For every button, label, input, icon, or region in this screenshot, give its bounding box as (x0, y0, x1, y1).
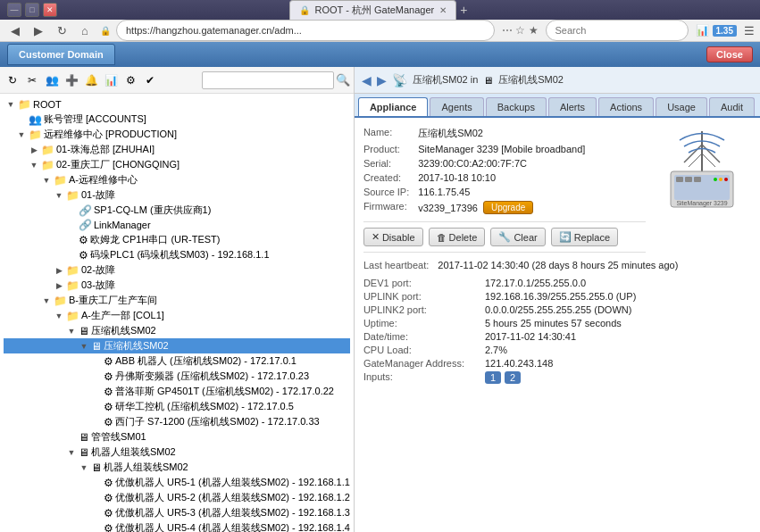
clear-button[interactable]: 🔧 Clear (490, 228, 545, 246)
tab-backups[interactable]: Backups (486, 97, 547, 116)
tree-node-fault01[interactable]: ▼ 📁 01-故障 (4, 187, 350, 203)
uptime-label: Uptime: (363, 318, 480, 328)
gatemanager-value: 121.40.243.148 (485, 358, 751, 369)
tree-node-robot-sm02[interactable]: ▼ 🖥 机器人组装线SM02 (4, 445, 350, 460)
tree-node-danfoss[interactable]: ⚙ 丹佛斯变频器 (压缩机线SM02) - 172.17.0.23 (4, 369, 350, 384)
device-icon: ⚙ (79, 249, 88, 262)
tree-node-accounts[interactable]: 👥 账号管理 [ACCOUNTS] (4, 112, 350, 127)
tree-node-workshop[interactable]: ▼ 📁 B-重庆工厂生产车间 (4, 293, 350, 308)
detail-info-grid: Name: 压缩机线SM02 Product: SiteManager 3239… (363, 127, 646, 214)
tab-appliance[interactable]: Appliance (358, 97, 429, 116)
customer-domain-tab[interactable]: Customer Domain (7, 44, 115, 65)
tree-node-root[interactable]: ▼ 📁 ROOT (4, 97, 350, 112)
maximize-button[interactable]: □ (25, 3, 39, 17)
close-window-button[interactable]: ✕ (43, 3, 57, 17)
created-value: 2017-10-18 10:10 (418, 172, 646, 183)
tree-node-compressor-selected[interactable]: ▼ 🖥 压缩机线SM02 (4, 338, 350, 353)
toolbar-check-icon[interactable]: ✔ (141, 71, 159, 89)
tree-node-linkmanager[interactable]: 🔗 LinkManager (4, 218, 350, 232)
upgrade-button[interactable]: Upgrade (483, 201, 533, 214)
reload-button[interactable]: ↻ (52, 21, 71, 40)
device-icon: ⚙ (104, 386, 113, 398)
heartbeat-label: Last heartbeat: (363, 260, 429, 270)
svg-line-1 (684, 145, 702, 162)
toolbar-group-icon[interactable]: 👥 (43, 71, 61, 89)
input-badge-1[interactable]: 1 (485, 371, 501, 384)
tree-node-fault02[interactable]: ▶ 📁 02-故障 (4, 262, 350, 278)
tree-node-putaisi[interactable]: ⚙ 普洛菲斯 GP4501T (压缩机线SM02) - 172.17.0.22 (4, 384, 350, 399)
tree-node-abb[interactable]: ⚙ ABB 机器人 (压缩机线SM02) - 172.17.0.1 (4, 353, 350, 369)
replace-button[interactable]: 🔄 Replace (551, 228, 618, 246)
product-label: Product: (363, 144, 409, 154)
home-button[interactable]: ⌂ (75, 21, 95, 40)
toolbar-bell-icon[interactable]: 🔔 (82, 71, 100, 89)
tab-close-button[interactable]: ✕ (439, 5, 447, 15)
delete-icon: 🗑 (437, 232, 447, 243)
menu-button[interactable]: ☰ (744, 24, 755, 37)
firmware-row: v3239_17396 Upgrade (418, 201, 646, 214)
tree-node-mabianji[interactable]: ⚙ 码垛PLC1 (码垛机线SM03) - 192.168.1.1 (4, 247, 350, 262)
new-tab-button[interactable]: + (460, 3, 467, 17)
address-input[interactable] (116, 20, 495, 41)
device-icon: ⚙ (104, 522, 113, 533)
tree-scroll-container: ▼ 📁 ROOT 👥 账号管理 [ACCOUNTS] ▼ 📁 (0, 94, 354, 532)
tree-node-robot1[interactable]: ⚙ 优傲机器人 UR5-1 (机器人组装线SM02) - 192.168.1.1 (4, 475, 350, 490)
tree-search-button[interactable]: 🔍 (336, 73, 350, 87)
tab-alerts[interactable]: Alerts (548, 97, 597, 116)
tab-usage[interactable]: Usage (656, 97, 707, 116)
tree-node-guanli[interactable]: 🖥 管管线SM01 (4, 429, 350, 445)
dev1-label: DEV1 port: (363, 278, 480, 288)
tree-node-compressor-parent[interactable]: ▼ 🖥 压缩机线SM02 (4, 323, 350, 338)
toolbar-refresh-icon[interactable]: ↻ (4, 71, 21, 89)
tree-node-siemens[interactable]: ⚙ 西门子 S7-1200 (压缩机线SM02) - 172.17.0.33 (4, 414, 350, 429)
tree-node-remote-maint[interactable]: ▼ 📁 A-远程维修中心 (4, 172, 350, 187)
nav-forward-arrow[interactable]: ▶ (377, 73, 387, 87)
tree-node-robot3[interactable]: ⚙ 优傲机器人 UR5-3 (机器人组装线SM02) - 192.168.1.3 (4, 505, 350, 520)
tree-node-fault03[interactable]: ▶ 📁 03-故障 (4, 278, 350, 293)
forward-button[interactable]: ▶ (29, 21, 48, 40)
browser-search-input[interactable] (546, 20, 689, 41)
source-ip-value: 116.1.75.45 (418, 187, 646, 197)
device-image: SiteManager 3239 (653, 127, 751, 216)
svg-text:SiteManager 3239: SiteManager 3239 (676, 200, 727, 207)
tab-audit[interactable]: Audit (709, 97, 755, 116)
tab-agents[interactable]: Agents (430, 97, 483, 116)
tree-node-robot-sm02-node[interactable]: ▼ 🖥 机器人组装线SM02 (4, 460, 350, 475)
tree-node-robot4[interactable]: ⚙ 优傲机器人 UR5-4 (机器人组装线SM02) - 192.168.1.4 (4, 520, 350, 532)
tree-node-zhuhai[interactable]: ▶ 📁 01-珠海总部 [ZHUHAI] (4, 142, 350, 157)
delete-button[interactable]: 🗑 Delete (429, 228, 486, 246)
appliance-icon: 🖥 (79, 325, 89, 337)
tree-node-chongqing[interactable]: ▼ 📁 02-重庆工厂 [CHONGQING] (4, 157, 350, 172)
nav-back-arrow[interactable]: ◀ (362, 73, 372, 87)
toolbar-add-icon[interactable]: ➕ (63, 71, 80, 89)
device-icon: ⚙ (79, 234, 88, 246)
uplink2-label: UPLINK2 port: (363, 304, 480, 315)
tree-node-yanhua[interactable]: ⚙ 研华工控机 (压缩机线SM02) - 172.17.0.5 (4, 399, 350, 414)
tree-search-input[interactable] (202, 71, 334, 89)
tree-node-label: A-生产一部 [COL1] (81, 309, 164, 322)
tree-node-production[interactable]: ▼ 📁 远程维修中心 [PRODUCTION] (4, 127, 350, 142)
svg-point-12 (724, 178, 728, 181)
close-button[interactable]: Close (706, 46, 753, 62)
name-label: Name: (363, 127, 409, 140)
tree-node-urtest[interactable]: ⚙ 欧姆龙 CP1H串口 (UR-TEST) (4, 232, 350, 247)
toolbar-cut-icon[interactable]: ✂ (23, 71, 41, 89)
tree-node-label: 码垛PLC1 (码垛机线SM03) - 192.168.1.1 (90, 248, 270, 262)
tree-node-label: 账号管理 [ACCOUNTS] (44, 112, 146, 126)
toolbar-settings-icon[interactable]: ⚙ (121, 71, 139, 89)
tab-actions[interactable]: Actions (598, 97, 654, 116)
tree-node-robot2[interactable]: ⚙ 优傲机器人 UR5-2 (机器人组装线SM02) - 192.168.1.2 (4, 490, 350, 505)
name-value: 压缩机线SM02 (418, 127, 646, 140)
minimize-button[interactable]: — (7, 3, 21, 17)
browser-tab[interactable]: 🔒 ROOT - 杭州 GateManager ✕ (289, 0, 457, 20)
tree-node-dept-col1[interactable]: ▼ 📁 A-生产一部 [COL1] (4, 308, 350, 323)
back-button[interactable]: ◀ (5, 21, 25, 40)
toolbar-chart-icon[interactable]: 📊 (102, 71, 120, 89)
tree-node-label: 01-故障 (81, 188, 115, 202)
disable-button[interactable]: ✕ Disable (363, 228, 423, 246)
input-badge-2[interactable]: 2 (505, 371, 521, 384)
serial-label: Serial: (363, 158, 409, 169)
tree-node-label: 管管线SM01 (91, 430, 146, 444)
tree-node-label: 压缩机线SM02 (104, 339, 169, 353)
tree-node-sp1cq[interactable]: 🔗 SP1-CQ-LM (重庆供应商1) (4, 203, 350, 218)
